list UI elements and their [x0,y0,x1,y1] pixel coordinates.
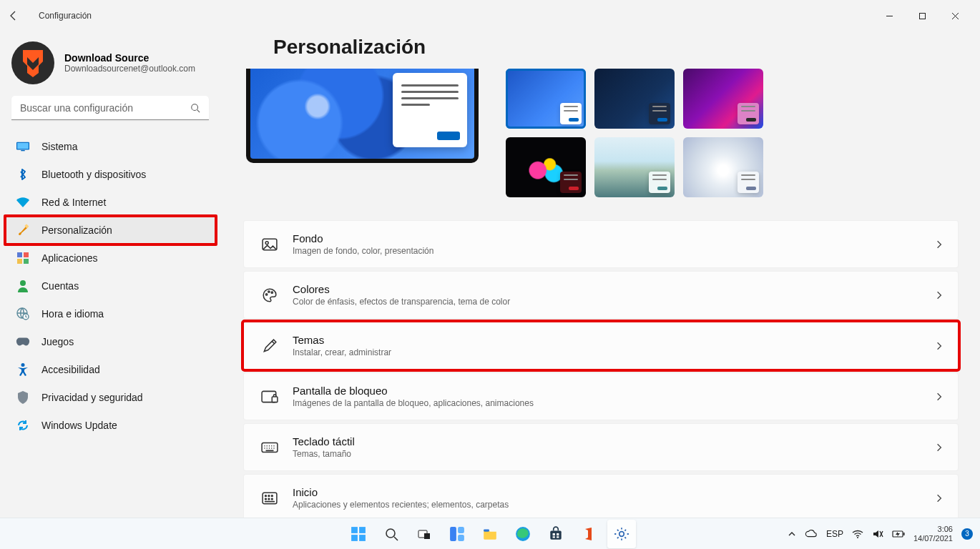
svg-rect-47 [557,536,559,538]
sidebar-item-network[interactable]: Red & Internet [6,189,215,216]
svg-rect-3 [17,143,29,149]
svg-rect-4 [21,150,24,151]
sidebar-item-accounts[interactable]: Cuentas [6,272,215,300]
palette-icon [260,287,280,303]
battery-tray-icon[interactable] [892,530,905,538]
svg-point-27 [268,498,270,500]
language-indicator[interactable]: ESP [826,529,843,539]
bluetooth-icon [16,168,30,181]
file-explorer-icon[interactable] [476,520,504,548]
lockscreen-icon [260,390,280,403]
setting-title: Temas [293,334,936,346]
svg-rect-38 [458,527,464,533]
maximize-button[interactable] [906,4,939,27]
sidebar-item-update[interactable]: Windows Update [6,412,215,439]
sidebar-item-time[interactable]: Hora e idioma [6,300,215,327]
sidebar-item-label: Juegos [41,336,74,347]
start-icon [260,492,280,505]
widgets-icon[interactable] [443,520,471,548]
setting-desc: Color de énfasis, efectos de transparenc… [293,297,936,307]
sidebar-item-privacy[interactable]: Privacidad y seguridad [6,384,215,411]
setting-title: Colores [293,283,936,295]
theme-thumb-3[interactable] [683,69,763,129]
task-view-icon[interactable] [410,520,438,548]
setting-start[interactable]: InicioAplicaciones y elementos recientes… [243,474,959,518]
svg-point-13 [21,363,25,367]
theme-thumb-4[interactable] [506,137,586,197]
sidebar-item-label: Aplicaciones [41,252,98,264]
sidebar-item-apps[interactable]: Aplicaciones [6,244,215,272]
svg-rect-32 [351,535,358,541]
setting-background[interactable]: FondoImagen de fondo, color, presentació… [243,220,959,268]
settings-list: FondoImagen de fondo, color, presentació… [243,220,959,518]
taskbar-center [344,520,636,548]
sidebar-item-bluetooth[interactable]: Bluetooth y dispositivos [6,161,215,188]
office-icon[interactable] [574,520,603,548]
window-controls [873,4,971,27]
clock-time: 3:06 [913,525,953,534]
setting-lock[interactable]: Pantalla de bloqueoImágenes de la pantal… [243,372,959,420]
svg-rect-31 [359,527,366,533]
setting-desc: Aplicaciones y elementos recientes; elem… [293,500,936,510]
svg-rect-37 [450,527,456,541]
sidebar-item-label: Red & Internet [41,197,106,208]
theme-thumb-5[interactable] [594,137,675,197]
image-icon [260,238,280,251]
onedrive-icon[interactable] [805,530,818,538]
back-button[interactable] [9,10,29,21]
setting-touchkbd[interactable]: Teclado táctilTemas, tamaño [243,423,959,471]
theme-thumb-2[interactable] [594,69,675,129]
setting-text: Teclado táctilTemas, tamaño [293,435,936,459]
setting-desc: Imágenes de la pantalla de bloqueo, apli… [293,398,936,408]
tray-chevron-icon[interactable] [788,530,796,538]
svg-rect-30 [351,527,358,533]
sidebar-item-access[interactable]: Accesibilidad [6,356,215,383]
settings-app-icon[interactable] [607,520,636,548]
sidebar-item-system[interactable]: Sistema [6,133,215,160]
svg-rect-44 [553,533,555,535]
svg-rect-51 [903,533,905,535]
shield-icon [16,391,30,404]
preview-row [246,69,959,197]
sidebar-item-gaming[interactable]: Juegos [6,328,215,355]
chevron-right-icon [936,493,942,503]
search-wrap [6,90,215,126]
sidebar-item-label: Hora e idioma [41,308,104,320]
setting-title: Fondo [293,232,936,244]
setting-text: TemasInstalar, crear, administrar [293,334,936,357]
clock[interactable]: 3:06 14/07/2021 [913,525,953,543]
sidebar-item-personal[interactable]: Personalización [6,217,215,244]
edge-icon[interactable] [509,520,537,548]
svg-rect-36 [424,533,430,539]
minimize-button[interactable] [873,4,906,27]
start-button[interactable] [344,520,373,548]
sidebar-item-label: Privacidad y seguridad [41,392,143,403]
wifi-tray-icon[interactable] [852,530,863,538]
svg-rect-33 [359,535,366,541]
user-card[interactable]: Download Source Downloadsourcenet@outloo… [6,39,215,90]
setting-title: Teclado táctil [293,435,936,447]
taskbar-search-icon[interactable] [377,520,406,548]
theme-thumb-6[interactable] [683,137,763,197]
svg-point-10 [20,280,26,286]
setting-themes[interactable]: TemasInstalar, crear, administrar [243,322,959,370]
setting-text: InicioAplicaciones y elementos recientes… [293,486,936,510]
close-button[interactable] [939,4,971,27]
notification-badge[interactable]: 3 [961,528,973,540]
theme-grid [506,69,763,197]
setting-colors[interactable]: ColoresColor de énfasis, efectos de tran… [243,271,959,319]
theme-thumb-1[interactable] [506,69,586,129]
setting-title: Inicio [293,486,936,498]
svg-rect-7 [24,252,29,257]
main: Personalización FondoImagen de fondo, co… [222,31,980,518]
accessibility-icon [16,363,30,376]
store-icon[interactable] [542,520,570,548]
search-input[interactable] [11,96,209,120]
sidebar-item-label: Bluetooth y dispositivos [41,169,146,180]
svg-point-49 [857,537,858,538]
svg-rect-45 [557,533,559,535]
system-tray: ESP 3:06 14/07/2021 3 [788,525,980,543]
theme-mini-preview [738,172,759,193]
nav: SistemaBluetooth y dispositivosRed & Int… [6,133,215,439]
volume-tray-icon[interactable] [872,529,883,539]
